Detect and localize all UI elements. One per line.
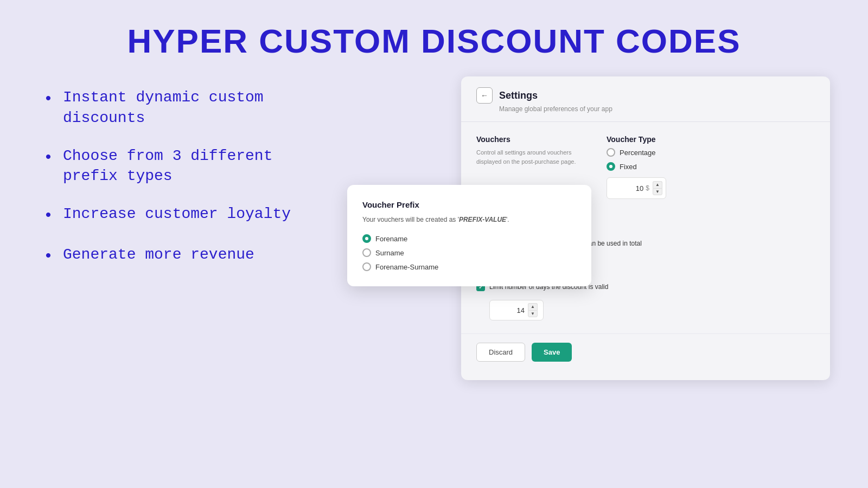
prefix-forename[interactable]: Forename (362, 234, 576, 243)
save-button[interactable]: Save (532, 343, 572, 362)
bullet-item-3: Generate more revenue (43, 245, 326, 268)
page-title: HYPER CUSTOM DISCOUNT CODES (127, 22, 741, 60)
features-panel: Instant dynamic custom discountsChoose f… (43, 76, 326, 477)
days-stepper[interactable]: ▲ ▼ (528, 303, 538, 317)
percentage-radio-circle (607, 148, 615, 157)
discard-button[interactable]: Discard (476, 343, 525, 362)
back-arrow-icon: ← (481, 91, 488, 100)
days-decrement[interactable]: ▼ (528, 310, 538, 317)
fixed-suffix: $ (646, 184, 649, 192)
forename-radio-circle (362, 234, 371, 243)
desc-after: '. (506, 216, 509, 223)
fixed-radio-circle (607, 162, 615, 171)
forename-surname-radio-circle (362, 262, 371, 271)
bullet-item-2: Increase customer loyalty (43, 204, 326, 227)
settings-header: ← Settings Manage global preferences of … (461, 76, 830, 122)
voucher-type-fixed[interactable]: Fixed (607, 162, 815, 171)
features-list: Instant dynamic custom discountsChoose f… (43, 87, 326, 267)
surname-label: Surname (375, 249, 404, 257)
fixed-value: 10 (612, 184, 646, 192)
settings-footer: Discard Save (461, 333, 830, 370)
voucher-type-section: Voucher Type Percentage Fixed (607, 135, 815, 199)
voucher-type-title: Voucher Type (607, 135, 815, 144)
surname-radio-circle (362, 248, 371, 257)
vouchers-section-desc: Control all settings around vouchers dis… (476, 148, 585, 166)
voucher-type-percentage[interactable]: Percentage (607, 148, 815, 157)
settings-subtitle: Manage global preferences of your app (476, 105, 815, 113)
desc-before: Your vouchers will be created as ' (362, 216, 459, 223)
settings-title: Settings (499, 90, 538, 101)
fixed-value-input[interactable]: 10 $ ▲ ▼ (607, 177, 666, 199)
voucher-prefix-desc: Your vouchers will be created as 'PREFIX… (362, 215, 576, 224)
percentage-label: Percentage (620, 149, 656, 157)
fixed-label: Fixed (620, 163, 637, 171)
forename-surname-label: Forename-Surname (375, 263, 438, 271)
fixed-value-decrement[interactable]: ▼ (653, 188, 662, 195)
vouchers-section-title: Vouchers (476, 135, 585, 144)
desc-highlight: PREFIX-VALUE (459, 216, 506, 223)
prefix-surname[interactable]: Surname (362, 248, 576, 257)
voucher-prefix-title: Voucher Prefix (362, 200, 576, 209)
voucher-prefix-modal: Voucher Prefix Your vouchers will be cre… (347, 185, 591, 286)
days-value: 14 (495, 306, 527, 314)
fixed-value-stepper[interactable]: ▲ ▼ (653, 181, 662, 195)
days-input[interactable]: 14 ▲ ▼ (489, 300, 544, 320)
ui-mockup-panel: ← Settings Manage global preferences of … (326, 76, 835, 477)
bullet-item-0: Instant dynamic custom discounts (43, 87, 326, 129)
fixed-value-increment[interactable]: ▲ (653, 181, 662, 188)
prefix-radio-group: Forename Surname Forename-Surname (362, 234, 576, 271)
back-button[interactable]: ← (476, 87, 493, 104)
forename-label: Forename (375, 235, 407, 243)
fixed-value-row: 10 $ ▲ ▼ (607, 177, 815, 199)
prefix-forename-surname[interactable]: Forename-Surname (362, 262, 576, 271)
days-increment[interactable]: ▲ (528, 303, 538, 310)
bullet-item-1: Choose from 3 different prefix types (43, 146, 326, 187)
voucher-type-radio-group: Percentage Fixed (607, 148, 815, 171)
